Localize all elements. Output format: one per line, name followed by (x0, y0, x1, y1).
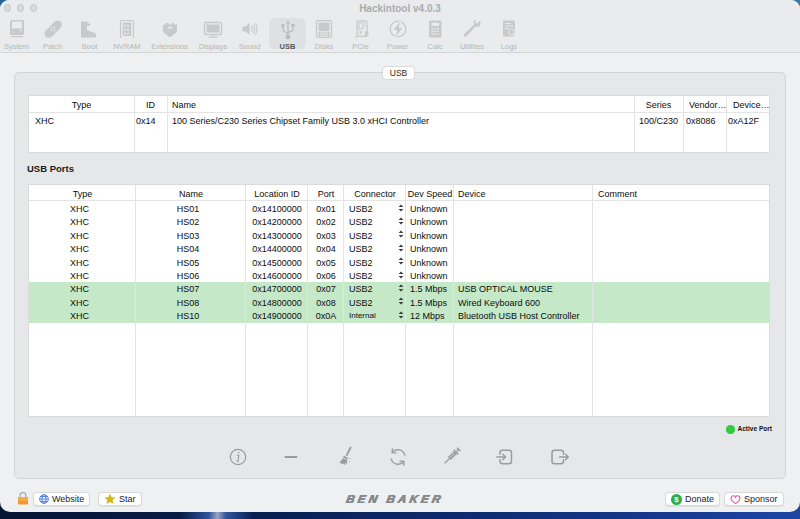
svg-text:$: $ (674, 495, 679, 504)
